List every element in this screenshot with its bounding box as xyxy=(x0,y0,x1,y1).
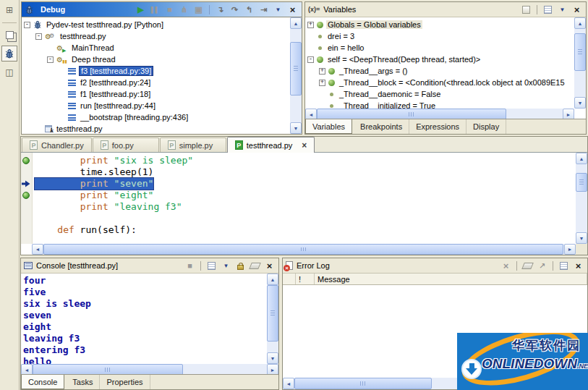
scroll-up-button[interactable]: ▲ xyxy=(574,17,586,29)
debug-perspective-icon[interactable] xyxy=(1,46,17,62)
scrollbar-thumb[interactable] xyxy=(43,244,563,255)
resource-perspective-icon[interactable] xyxy=(1,27,17,43)
variables-view-tab-breakpoints[interactable]: Breakpoints xyxy=(354,119,409,134)
delete-log-icon[interactable]: × xyxy=(501,260,511,271)
console-menu-icon[interactable]: ▾ xyxy=(221,260,231,271)
step-into-icon[interactable]: ↴ xyxy=(216,4,225,15)
close-icon[interactable]: × xyxy=(574,260,583,271)
debug-tree-item[interactable]: f1 [testthread.py:18] xyxy=(22,88,290,100)
editor-tab-chandler.py[interactable]: PChandler.py xyxy=(22,137,92,152)
view-menu-icon[interactable]: ▼ xyxy=(558,4,567,15)
collapse-icon[interactable]: - xyxy=(35,33,42,40)
collapse-icon[interactable]: - xyxy=(307,56,314,63)
errorlog-view-titlebar[interactable]: Error Log ×↗× xyxy=(283,258,587,274)
scroll-up-button[interactable]: ▲ xyxy=(576,153,587,164)
debug-tree-item[interactable]: -⚙⚙testthread.py xyxy=(22,30,290,42)
variables-tree[interactable]: +Globals = Global variablesdrei = 3ein =… xyxy=(305,17,574,110)
editor-tab-foo.py[interactable]: Pfoo.py xyxy=(93,137,159,152)
variables-view-tab-display[interactable]: Display xyxy=(466,119,506,134)
close-icon[interactable]: × xyxy=(572,4,581,15)
debug-vertical-scrollbar[interactable]: ▲ ▼ xyxy=(290,17,302,134)
debug-tree-item[interactable]: f3 [testthread.py:39] xyxy=(22,65,290,77)
variable-tree-item[interactable]: +Globals = Global variables xyxy=(305,19,574,30)
close-icon[interactable]: × xyxy=(288,4,297,15)
scroll-up-button[interactable]: ▲ xyxy=(267,274,278,285)
variable-tree-item[interactable]: ein = hello xyxy=(305,42,574,54)
scroll-left-button[interactable]: ◄ xyxy=(32,244,43,255)
plugin-perspective-icon[interactable]: ◫ xyxy=(1,64,17,80)
debug-view-titlebar[interactable]: Debug ▶▌▌■⋔▣↴↷↰⇥▼× xyxy=(22,2,302,17)
debug-tree-item[interactable]: -⚙▮▮Deep thread xyxy=(22,54,290,65)
clear-console-icon[interactable] xyxy=(250,260,260,271)
breakpoint-icon[interactable] xyxy=(22,157,30,164)
console-output[interactable]: fourfivesix is sleepseveneightleaving f3… xyxy=(21,274,267,365)
scrollbar-thumb[interactable] xyxy=(290,42,302,96)
export-log-icon[interactable]: ↗ xyxy=(537,260,547,271)
expand-icon[interactable]: + xyxy=(319,80,325,86)
step-over-icon[interactable]: ↷ xyxy=(230,4,239,15)
console-view-titlebar[interactable]: Console [testthread.py] ■▾× xyxy=(21,258,278,274)
step-filters-icon[interactable]: ⇥ xyxy=(259,4,268,15)
debug-tree-item[interactable]: run [testthread.py:44] xyxy=(22,100,290,111)
debug-tree[interactable]: -Pydev-test testthread.py [Python]-⚙⚙tes… xyxy=(22,17,290,134)
close-icon[interactable]: × xyxy=(265,260,274,271)
scrollbar-thumb[interactable] xyxy=(267,285,278,342)
scroll-down-button[interactable]: ▼ xyxy=(267,352,278,364)
variable-tree-item[interactable]: _Thread__daemonic = False xyxy=(305,88,574,100)
debug-tree-item[interactable]: __bootstrap [threading.py:436] xyxy=(22,111,290,123)
scroll-left-button[interactable]: ◄ xyxy=(283,378,294,389)
variable-tree-item[interactable]: +_Thread__block = <Condition(<thread.loc… xyxy=(305,77,574,88)
console-view-tab-tasks[interactable]: Tasks xyxy=(66,375,100,389)
collapse-icon[interactable]: - xyxy=(24,22,30,28)
show-logical-structure-icon[interactable] xyxy=(543,4,553,15)
clear-log-icon[interactable] xyxy=(523,260,532,271)
editor-horizontal-scrollbar[interactable]: ◄ ► xyxy=(32,244,576,255)
errorlog-column-blank[interactable] xyxy=(283,274,296,284)
scroll-up-button[interactable]: ▲ xyxy=(290,17,302,29)
debug-tree-item[interactable]: ktestthread.py xyxy=(22,123,290,134)
variables-view-titlebar[interactable]: (x)= Variables ▼× xyxy=(305,2,586,17)
step-return-icon[interactable]: ↰ xyxy=(244,4,254,15)
collapse-icon[interactable]: - xyxy=(47,56,54,63)
variable-tree-item[interactable]: +_Thread__args = () xyxy=(305,65,574,77)
variables-vertical-scrollbar[interactable]: ▲ ▼ xyxy=(574,17,586,109)
terminate-icon[interactable]: ■ xyxy=(165,4,174,15)
expand-icon[interactable]: + xyxy=(307,22,314,28)
scroll-down-button[interactable]: ▼ xyxy=(290,122,302,134)
editor-gutter[interactable] xyxy=(21,153,33,244)
scrollbar-thumb[interactable] xyxy=(576,173,587,192)
variables-view-tab-expressions[interactable]: Expressions xyxy=(409,119,466,134)
code-editor[interactable]: print "six is sleep" time.sleep(1) print… xyxy=(33,153,576,244)
resume-icon[interactable]: ▶ xyxy=(136,4,145,15)
variable-tree-item[interactable]: -self = <DeepThread(Deep thread, started… xyxy=(305,54,574,65)
open-perspective-icon[interactable]: ⊞ xyxy=(1,2,17,18)
breakpoint-icon[interactable] xyxy=(22,192,30,199)
view-menu-icon[interactable]: ▼ xyxy=(273,4,283,15)
errorlog-column-message[interactable]: Message xyxy=(315,274,587,284)
scroll-lock-icon[interactable] xyxy=(236,260,245,271)
suspend-icon[interactable]: ▌▌ xyxy=(150,4,160,15)
variables-view-tab-variables[interactable]: Variables xyxy=(305,119,352,134)
remove-terminated-icon[interactable]: ▣ xyxy=(194,4,203,15)
console-view-tab-properties[interactable]: Properties xyxy=(100,375,150,389)
disconnect-icon[interactable]: ⋔ xyxy=(179,4,189,15)
variable-tree-item[interactable]: drei = 3 xyxy=(305,30,574,42)
expand-icon[interactable]: + xyxy=(319,68,325,75)
errorlog-column-[interactable]: ! xyxy=(296,274,315,284)
terminate-icon[interactable]: ■ xyxy=(185,260,195,271)
open-log-icon[interactable] xyxy=(559,260,568,271)
debug-tree-item[interactable]: f2 [testthread.py:24] xyxy=(22,77,290,88)
debug-tree-item[interactable]: -Pydev-test testthread.py [Python] xyxy=(22,19,290,30)
scroll-right-button[interactable]: ► xyxy=(564,244,576,255)
debug-tree-item[interactable]: ⚙▶MainThread xyxy=(22,42,290,54)
display-console-icon[interactable] xyxy=(207,260,216,271)
console-view-tab-console[interactable]: Console xyxy=(21,375,64,389)
close-tab-icon[interactable]: × xyxy=(302,140,307,151)
console-vertical-scrollbar[interactable]: ▲ ▼ xyxy=(267,274,278,364)
editor-tab-testthread.py[interactable]: Ptestthread.py× xyxy=(227,137,315,153)
scrollbar-thumb[interactable] xyxy=(574,33,586,71)
scroll-down-button[interactable]: ▼ xyxy=(574,97,586,109)
scrollbar-thumb[interactable] xyxy=(294,378,432,389)
editor-vertical-scrollbar[interactable]: ▲ ▼ xyxy=(576,153,587,244)
scroll-down-button[interactable]: ▼ xyxy=(576,232,587,244)
